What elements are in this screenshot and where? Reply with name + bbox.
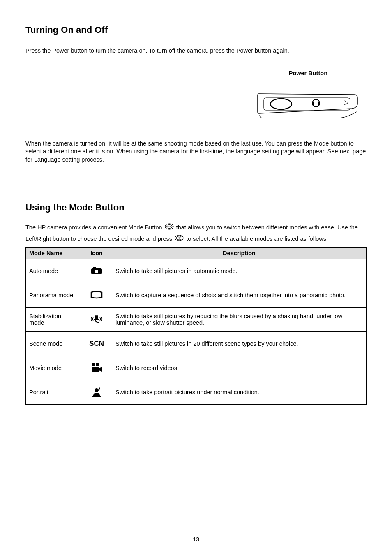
panorama-mode-icon	[90, 291, 103, 299]
portrait-mode-icon	[91, 386, 102, 398]
para3-part-c: to select. All the available modes are l…	[184, 236, 328, 242]
auto-mode-icon	[91, 266, 102, 275]
para-mode-button-info: When the camera is turned on, it will be…	[25, 140, 367, 164]
mode-icon-cell: SCN	[81, 332, 112, 356]
table-row: Scene mode SCN Switch to take still pict…	[26, 332, 367, 356]
col-header-description: Description	[112, 248, 367, 259]
mode-icon-cell	[81, 259, 112, 283]
svg-rect-13	[93, 267, 96, 269]
mode-name-cell: Portrait	[26, 380, 81, 405]
mode-table: Mode Name Icon Description Auto mode Swi…	[25, 247, 367, 405]
heading-using-mode-button: Using the Mode Button	[25, 202, 367, 213]
camera-diagram-icon	[256, 79, 358, 124]
mode-icon-cell	[81, 283, 112, 308]
mode-desc-cell: Switch to take portrait pictures under n…	[112, 380, 367, 405]
table-row: Auto mode Switch to take still pictures …	[26, 259, 367, 283]
page-number: 13	[0, 536, 392, 543]
mode-name-cell: Scene mode	[26, 332, 81, 356]
table-row: Movie mode Switch to record videos.	[26, 356, 367, 380]
movie-mode-icon	[91, 363, 102, 372]
scene-mode-icon: SCN	[89, 340, 104, 347]
svg-point-18	[95, 388, 99, 392]
mode-desc-cell: Switch to take still pictures in 20 diff…	[112, 332, 367, 356]
svg-rect-19	[92, 396, 101, 397]
mode-desc-cell: Switch to record videos.	[112, 356, 367, 380]
svg-text:ok: ok	[178, 238, 180, 240]
para-mode-instructions: The HP camera provides a convenient Mode…	[25, 222, 367, 245]
mode-desc-cell: Switch to take still pictures in automat…	[112, 259, 367, 283]
col-header-mode-name: Mode Name	[26, 248, 81, 259]
mode-name-cell: Panorama mode	[26, 283, 81, 308]
table-row: Panorama mode Switch to capture a sequen…	[26, 283, 367, 308]
stabilization-mode-icon	[90, 314, 104, 324]
svg-point-14	[95, 270, 98, 273]
mode-name-cell: Auto mode	[26, 259, 81, 283]
table-row: Portrait Switch to take portrait picture…	[26, 380, 367, 405]
power-button-figure: Power Button	[25, 70, 367, 127]
mode-desc-cell: Switch to take still pictures by reducin…	[112, 308, 367, 332]
mode-icon-cell	[81, 308, 112, 332]
mode-desc-cell: Switch to capture a sequence of shots an…	[112, 283, 367, 308]
svg-rect-1	[264, 98, 350, 110]
svg-point-15	[92, 363, 95, 366]
svg-point-2	[270, 99, 292, 109]
mode-icon-cell	[81, 356, 112, 380]
svg-text:mode: mode	[167, 226, 172, 228]
table-row: Stabilization mode Switch to take still …	[26, 308, 367, 332]
heading-turning-on-off: Turning On and Off	[25, 25, 367, 35]
svg-point-16	[96, 363, 99, 366]
para3-part-a: The HP camera provides a convenient Mode…	[25, 224, 164, 231]
mode-button-icon: mode	[165, 222, 174, 234]
para-power-instructions: Press the Power button to turn the camer…	[25, 47, 367, 55]
mode-name-cell: Stabilization mode	[26, 308, 81, 332]
func-ok-button-icon: funcok	[175, 234, 184, 245]
col-header-icon: Icon	[81, 248, 112, 259]
mode-name-cell: Movie mode	[26, 356, 81, 380]
svg-rect-17	[92, 367, 99, 372]
power-button-label: Power Button	[289, 70, 327, 76]
mode-icon-cell	[81, 380, 112, 405]
